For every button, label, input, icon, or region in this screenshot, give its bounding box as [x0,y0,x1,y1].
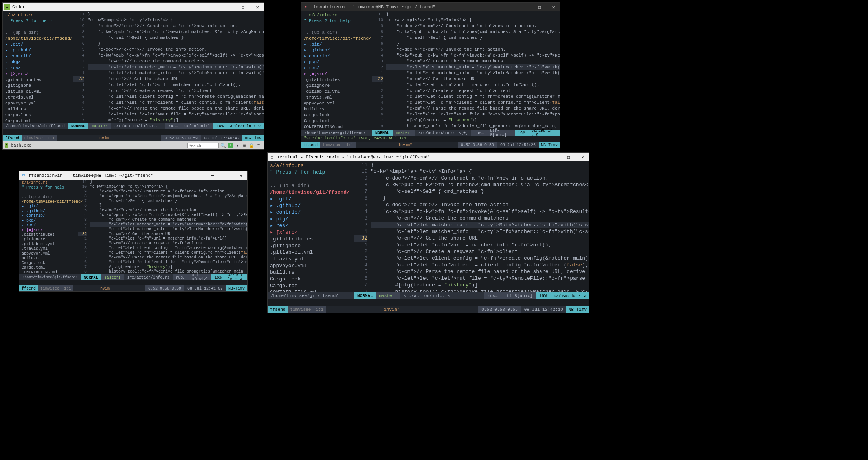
close-button[interactable]: ✕ [549,4,558,10]
titlebar[interactable]: ⧉ ffsend:1:nvim - "timvisee@NB-Timv: ~/g… [19,171,247,180]
dir-item[interactable]: ▸ contrib/ [22,214,76,218]
dir-item[interactable]: ▸ .git/ [304,42,370,48]
titlebar[interactable]: ▢ Terminal - ffsend:1:nvim - "timvisee@N… [268,153,589,161]
dir-item[interactable]: ▸ .github/ [270,202,352,209]
minimize-button[interactable]: ─ [208,173,217,179]
minimize-button[interactable]: ─ [521,4,530,10]
file-item[interactable]: CONTRIBUTING.md [304,124,370,130]
tmux-session[interactable]: ffsend [3,135,22,141]
dir-item[interactable]: ▸ .git/ [270,196,352,202]
file-item[interactable]: Cargo.toml [22,266,76,270]
file-item[interactable]: .gitattributes [22,233,76,237]
src-collapsed[interactable]: ▸ [X]src/ [5,71,71,77]
tmux-window[interactable]: timvisee [288,306,314,313]
dir-item[interactable]: ▸ contrib/ [270,209,352,216]
src-collapsed[interactable]: ▸ [■]src/ [304,71,370,77]
cmder-tabbar[interactable]: λ bash.exe 🔍 + ▾ ▦ 🔒 ≡ [3,141,264,149]
cwd[interactable]: /home/timvisee/git/ffsend/ [304,36,370,42]
lock-icon[interactable]: 🔒 [249,143,254,148]
titlebar[interactable]: ■ ffsend:1:nvim - "timvisee@NB-Timv: ~/g… [301,3,560,11]
titlebar[interactable]: λ Cmder ─ ☐ ✕ [3,3,264,11]
src-collapsed[interactable]: ▸ [x]src/ [270,229,352,236]
tmux-session[interactable]: ffsend [301,142,320,148]
file-item[interactable]: .travis.yml [270,256,352,262]
tmux-window[interactable]: timvisee [320,142,344,148]
close-button[interactable]: ✕ [578,154,587,160]
file-item[interactable]: .travis.yml [5,95,71,101]
dir-item[interactable]: ▸ res/ [22,223,76,228]
search-input[interactable] [187,143,219,148]
file-item[interactable]: build.rs [304,106,370,112]
dir-item[interactable]: ▸ pkg/ [22,218,76,223]
dir-item[interactable]: ▸ pkg/ [5,59,71,65]
minimize-button[interactable]: ─ [224,4,234,10]
dir-item[interactable]: ▸ .github/ [304,48,370,53]
file-item[interactable]: build.rs [270,269,352,276]
up-dir[interactable]: .. (up a dir) [304,30,370,36]
file-item[interactable]: .gitlab-ci.yml [22,242,76,247]
dir-item[interactable]: ▸ pkg/ [304,59,370,65]
dir-item[interactable]: ▸ res/ [270,222,352,229]
terminal-content[interactable]: s/a/info.rs " Press ? for help .. (up a … [268,161,589,313]
nerdtree-sidebar[interactable]: + s/a/info.rs " Press ? for help .. (up … [301,11,372,130]
dir-item[interactable]: ▸ res/ [304,65,370,71]
search-icon[interactable]: 🔍 [220,143,226,148]
maximize-button[interactable]: ☐ [239,4,248,10]
file-item[interactable]: appveyor.yml [22,251,76,256]
file-item[interactable]: Cargo.toml [5,118,71,123]
nerdtree-sidebar[interactable]: s/a/info.rs " Press ? for help .. (up a … [19,180,78,274]
terminal-content[interactable]: s/a/info.rs " Press ? for help .. (up a … [3,11,264,141]
nerdtree-sidebar[interactable]: s/a/info.rs " Press ? for help .. (up a … [268,161,354,292]
up-dir[interactable]: .. (up a dir) [22,195,76,200]
file-item[interactable]: .gitattributes [304,77,370,83]
up-dir[interactable]: .. (up a dir) [270,182,352,189]
dir-item[interactable]: ▸ .git/ [22,204,76,209]
dir-item[interactable]: ▸ .git/ [5,42,71,48]
src-collapsed[interactable]: ▸ [■]src/ [22,228,76,233]
cwd[interactable]: /home/timvisee/git/ffsend/ [5,36,71,42]
file-item[interactable]: .gitignore [304,83,370,89]
file-item[interactable]: .gitlab-ci.yml [5,89,71,95]
file-item[interactable]: .gitattributes [270,236,352,242]
file-item[interactable]: .gitlab-ci.yml [304,89,370,95]
code-editor[interactable]: }"c-kw">impl<'a> "c-ty">Info<'a> { "c-do… [371,161,589,292]
file-item[interactable]: .gitattributes [5,77,71,83]
file-item[interactable]: CONTRIBUTING.md [270,289,352,292]
file-item[interactable]: .gitignore [270,242,352,249]
dir-item[interactable]: ▸ pkg/ [270,216,352,222]
dir-item[interactable]: ▸ contrib/ [304,53,370,59]
maximize-button[interactable]: ☐ [535,4,544,10]
dir-item[interactable]: ▸ res/ [5,65,71,71]
file-item[interactable]: CONTRIBUTING.md [22,270,76,274]
file-item[interactable]: Cargo.lock [5,112,71,118]
tmux-window[interactable]: timvisee [38,285,62,291]
dir-item[interactable]: ▸ .github/ [22,209,76,214]
file-item[interactable]: .travis.yml [22,247,76,251]
minimize-button[interactable]: ─ [550,154,559,160]
file-item[interactable]: appveyor.yml [270,262,352,269]
file-item[interactable]: appveyor.yml [304,101,370,106]
add-tab-icon[interactable]: + [228,143,233,148]
code-editor[interactable]: }"c-kw">impl<'a> "c-ty">Info<'a> { "c-do… [88,11,264,123]
tmux-session[interactable]: ffsend [268,306,288,313]
code-editor[interactable]: }"c-kw">impl<'a> "c-ty">Info<'a> { "c-do… [386,11,560,130]
file-item[interactable]: Cargo.lock [270,276,352,282]
file-item[interactable]: Cargo.lock [304,112,370,118]
terminal-content[interactable]: + s/a/info.rs " Press ? for help .. (up … [301,11,560,148]
file-item[interactable]: Cargo.lock [22,261,76,266]
tmux-window[interactable]: timvisee [22,135,45,141]
cwd[interactable]: /home/timvisee/git/ffsend/ [22,200,76,204]
cwd[interactable]: /home/timvisee/git/ffsend/ [270,189,352,196]
file-item[interactable]: .travis.yml [304,95,370,101]
dir-item[interactable]: ▸ contrib/ [5,53,71,59]
tab-label[interactable]: bash.exe [8,142,35,148]
file-item[interactable]: .gitlab-ci.yml [270,249,352,256]
tmux-session[interactable]: ffsend [19,285,38,291]
file-item[interactable]: .gitignore [5,83,71,89]
terminal-content[interactable]: s/a/info.rs " Press ? for help .. (up a … [19,180,247,291]
file-item[interactable]: .gitignore [22,237,76,242]
grid-icon[interactable]: ▦ [242,143,247,148]
maximize-button[interactable]: ☐ [222,173,231,179]
file-item[interactable]: build.rs [5,106,71,112]
dropdown-icon[interactable]: ▾ [235,143,240,148]
